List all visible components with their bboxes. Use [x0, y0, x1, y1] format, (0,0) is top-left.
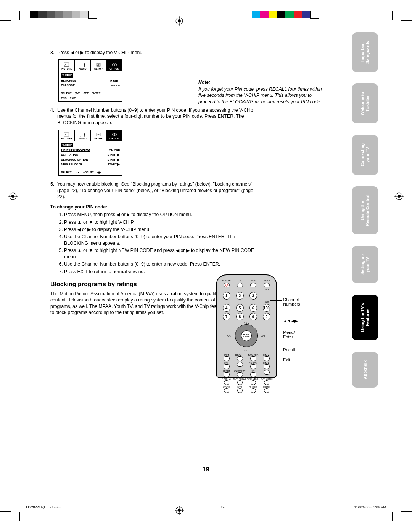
list-item: Press ▲ or ▼ to highlight V-CHIP. [64, 219, 256, 225]
list-item: Press EXIT to return to normal viewing. [64, 269, 256, 275]
list-item: Press ▲ or ▼ to highlight NEW PIN CODE a… [64, 247, 256, 260]
svg-point-7 [178, 509, 181, 512]
remote-label: VOL [227, 335, 232, 337]
crop-mark [392, 512, 393, 521]
crop-mark [19, 512, 20, 521]
menu-heading: V-CHIP [61, 143, 73, 147]
section-tab: Welcome to Toshiba [352, 83, 378, 124]
remote-diagram: POWERTVVCRCABLE ⏻ DVD 123 +10 456100 789… [216, 274, 330, 378]
menu-tab: AUDIO [75, 60, 91, 71]
step-number: 4. [50, 107, 54, 113]
vchip-menu-2: PICTUREAUDIOCHSETUPOPTION V-CHIP ENABLE … [58, 130, 122, 176]
list-item: Press MENU, then press ◀ or ▶ to display… [64, 212, 256, 218]
menu-tab: OPTION [106, 60, 122, 71]
section-tab: Important Safeguards [352, 32, 378, 72]
section-tab: Appendix [352, 352, 378, 388]
crop-mark [392, 11, 393, 20]
crop-mark [401, 20, 412, 21]
page-number: 19 [0, 466, 412, 473]
vchip-menu-1: PICTUREAUDIOCHSETUPOPTION V-CHIP BLOCKIN… [58, 59, 122, 101]
footer-filename: J3S20221A(E)_P17-28 [25, 505, 61, 509]
note-block: Note: If you forget your PIN code, press… [198, 80, 328, 105]
list-item: Use the Channel Number buttons (0–9) to … [64, 261, 256, 267]
section-tab: Connecting your TV [352, 135, 378, 175]
menu-tab: AUDIO [75, 130, 91, 141]
section-tab: Using the Remote Control [352, 186, 378, 235]
registration-target-icon [8, 192, 18, 201]
footer-page: 19 [220, 505, 224, 509]
menu-heading: V-CHIP [61, 73, 73, 77]
crop-mark [0, 511, 11, 512]
menu-tab: PICTURE [59, 130, 75, 141]
remote-label: DVD [220, 288, 273, 291]
step-number: 5. [50, 181, 54, 187]
step-text: Use the Channel Number buttons (0–9) to … [57, 107, 256, 126]
menu-enter-button: MENU/ ENTER [241, 330, 252, 341]
remote-body: POWERTVVCRCABLE ⏻ DVD 123 +10 456100 789… [216, 274, 277, 378]
registration-target-icon [175, 16, 184, 26]
svg-point-20 [114, 64, 116, 66]
svg-point-3 [178, 19, 181, 22]
section-tabs: Important SafeguardsWelcome to ToshibaCo… [352, 32, 378, 388]
callout-exit: Exit [283, 357, 290, 362]
callout-arrows: ▲▼◀▶ [283, 319, 298, 323]
pin-change-steps: Press MENU, then press ◀ or ▶ to display… [57, 212, 256, 275]
crop-mark [0, 20, 11, 21]
crop-mark [19, 11, 20, 20]
remote-dpad: CH + CH – VOL VOL MENU/ ENTER [227, 322, 266, 352]
callout-channel-numbers: Channel Numbers [283, 297, 300, 306]
section-tab: Using the TV's Features [352, 295, 378, 340]
step-text: You may now enable blocking. See "Blocki… [57, 181, 256, 200]
svg-point-11 [11, 195, 14, 198]
svg-text:CH: CH [97, 64, 100, 66]
step-text: Press ◀ or ▶ to display the V-CHIP menu. [57, 50, 256, 56]
section-tab: Setting up your TV [352, 246, 378, 283]
print-footer: J3S20221A(E)_P17-28 19 11/02/2005, 3:06 … [25, 505, 386, 509]
list-item: Use the Channel Number buttons (0–9) to … [64, 234, 256, 246]
svg-point-25 [114, 133, 116, 136]
footer-rule [19, 486, 393, 486]
color-bar [252, 11, 319, 18]
pin-change-heading: To change your PIN code: [50, 204, 256, 210]
callout-recall: Recall [283, 348, 295, 352]
list-item: Press ◀ or ▶ to display the V-CHIP menu. [64, 226, 256, 232]
callout-menu-enter: Menu/ Enter [283, 330, 295, 339]
footer-timestamp: 11/02/2005, 3:06 PM [354, 505, 386, 509]
remote-label: VOL [261, 335, 266, 337]
crop-mark [401, 511, 412, 512]
note-text: If you forget your PIN code, press RECAL… [198, 86, 328, 105]
step-number: 3. [50, 50, 54, 56]
svg-point-15 [398, 195, 401, 198]
menu-tab: OPTION [106, 130, 122, 141]
menu-tab: PICTURE [59, 60, 75, 71]
menu-tab: CHSETUP [91, 60, 107, 71]
note-heading: Note: [198, 80, 328, 85]
grayscale-bar [30, 11, 97, 18]
svg-text:CH: CH [97, 134, 100, 136]
remote-label: +10 [220, 301, 273, 303]
registration-target-icon [394, 192, 404, 201]
menu-tab: CHSETUP [91, 130, 107, 141]
